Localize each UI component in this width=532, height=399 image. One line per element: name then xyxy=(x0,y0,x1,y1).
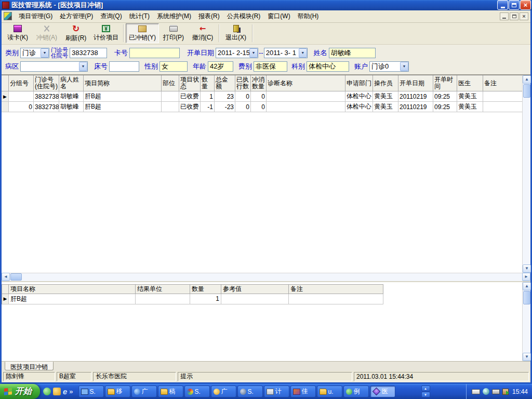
taskbar-button[interactable]: 广 xyxy=(131,385,157,397)
undo-button[interactable]: ← 撤消(C) xyxy=(188,23,217,43)
system-tray: ‹ 15:44 xyxy=(466,384,532,399)
menu-help[interactable]: 帮助(H) xyxy=(294,10,323,22)
taskbar-button[interactable]: S. xyxy=(78,385,104,397)
taskbar: 开始 e » S. 移 广 稿 S. 广 S. 计 佳 u. 例 医 ▲ ▼ xyxy=(0,384,532,399)
col-visit-no[interactable]: 门诊号(住院号) xyxy=(34,75,59,91)
taskbar-button-active[interactable]: 医 xyxy=(370,385,395,397)
col-writeoff-count[interactable]: 冲消数量 xyxy=(251,75,267,91)
menu-public-modules[interactable]: 公共模块(R) xyxy=(223,10,264,22)
scroll-down-icon[interactable]: ▼ xyxy=(421,392,430,397)
orders-grid-horizontal-scrollbar[interactable]: ◄ ► xyxy=(2,273,530,281)
taskbar-button[interactable]: 例 xyxy=(343,385,369,397)
scroll-down-icon[interactable]: ▼ xyxy=(523,353,531,361)
name-field[interactable]: 胡敏峰 xyxy=(329,48,376,58)
taskbar-button[interactable]: 稿 xyxy=(158,385,183,397)
type-combobox[interactable]: 门诊 ▼ xyxy=(20,48,49,58)
scroll-right-icon[interactable]: ► xyxy=(522,273,530,281)
taskbar-button[interactable]: u. xyxy=(317,385,342,397)
col-executed-count[interactable]: 已执行数 xyxy=(235,75,251,91)
scroll-down-icon[interactable]: ▼ xyxy=(523,264,531,273)
chevron-overflow-icon[interactable]: » xyxy=(69,388,73,395)
start-button[interactable]: 开始 xyxy=(0,384,40,399)
chevron-down-icon[interactable]: ▼ xyxy=(41,48,49,58)
read-card-button[interactable]: 读卡(K) xyxy=(3,23,32,43)
menu-system-maintenance[interactable]: 系统维护(M) xyxy=(153,10,195,22)
col-order-time[interactable]: 开单时间 xyxy=(433,75,457,91)
col-body-part[interactable]: 部位 xyxy=(162,75,179,91)
orders-grid-vertical-scrollbar[interactable]: ▲ ▼ xyxy=(522,75,530,272)
exit-button[interactable]: 退出(X) xyxy=(221,23,250,43)
table-row[interactable]: ▶ 肝B超 1 xyxy=(2,294,522,304)
detail-grid-vertical-scrollbar[interactable]: ▲ ▼ xyxy=(522,282,530,361)
col-result-unit[interactable]: 结果单位 xyxy=(136,284,190,294)
col-operator[interactable]: 操作员 xyxy=(373,75,398,91)
taskbar-button[interactable]: S. xyxy=(184,385,210,397)
mdi-minimize-button[interactable] xyxy=(500,12,509,20)
keyboard-icon[interactable] xyxy=(472,389,480,394)
database-tray-icon[interactable] xyxy=(502,389,509,395)
written-off-button[interactable]: 已冲销(Y) xyxy=(126,23,159,43)
tab-writeoff[interactable]: 医技项目冲销 xyxy=(5,362,54,370)
menu-window[interactable]: 窗口(W) xyxy=(264,10,294,22)
taskbar-clock[interactable]: 15:44 xyxy=(512,388,528,395)
menu-statistics[interactable]: 统计(T) xyxy=(126,10,153,22)
bed-no-input[interactable] xyxy=(109,61,139,72)
menu-prescription-mgmt[interactable]: 处方管理(P) xyxy=(56,10,97,22)
col-quantity[interactable]: 数量 xyxy=(201,75,215,91)
date-from-picker[interactable]: 2011- 2-15 ▼ xyxy=(216,48,258,58)
col-item-status[interactable]: 项目状态 xyxy=(179,75,201,91)
scrollbar-thumb[interactable] xyxy=(523,291,530,304)
app-shortcut-icon[interactable] xyxy=(53,388,61,395)
table-row[interactable]: ▶ 3832738 胡敏峰 肝B超 已收费 1 23 0 0 体检中心 黄美玉 … xyxy=(2,91,522,102)
date-to-picker[interactable]: 2011- 3- 1 ▼ xyxy=(264,48,308,58)
printer-tray-icon[interactable] xyxy=(492,389,500,394)
scrollbar-thumb[interactable] xyxy=(523,84,530,98)
menu-reports[interactable]: 报表(R) xyxy=(195,10,223,22)
menu-project-mgmt[interactable]: 项目管理(G) xyxy=(15,10,56,22)
price-items-button[interactable]: ¥ 计价项目 xyxy=(90,23,122,43)
col-patient-name[interactable]: 病人姓名 xyxy=(59,75,84,91)
account-combobox[interactable]: 门诊0 ▼ xyxy=(369,61,409,72)
internet-explorer-icon[interactable]: e xyxy=(63,388,67,395)
taskbar-button[interactable]: 广 xyxy=(211,385,236,397)
chevron-down-icon[interactable]: ▼ xyxy=(400,62,408,71)
col-reference-value[interactable]: 参考值 xyxy=(221,284,289,294)
col-total-amount[interactable]: 总金额 xyxy=(215,75,235,91)
scrollbar-thumb[interactable] xyxy=(10,273,22,281)
taskbar-button[interactable]: 计 xyxy=(264,385,289,397)
scroll-up-icon[interactable]: ▲ xyxy=(523,75,531,84)
ward-combobox[interactable]: ▼ xyxy=(20,61,88,72)
mdi-restore-button[interactable] xyxy=(510,12,518,20)
print-button[interactable]: 打印(P) xyxy=(159,23,188,43)
col-item-name[interactable]: 项目简称 xyxy=(84,75,162,91)
col-quantity[interactable]: 数量 xyxy=(190,284,221,294)
col-order-date[interactable]: 开单日期 xyxy=(398,75,433,91)
scroll-left-icon[interactable]: ◄ xyxy=(2,273,10,281)
col-remark[interactable]: 备注 xyxy=(483,75,522,91)
taskbar-button[interactable]: 移 xyxy=(105,385,130,397)
scroll-up-icon[interactable]: ▲ xyxy=(523,282,531,290)
chevron-down-icon[interactable]: ▼ xyxy=(299,48,307,58)
refresh-button[interactable]: ↻ 刷新(R) xyxy=(61,23,90,43)
chevron-down-icon[interactable]: ▼ xyxy=(249,48,258,58)
chevron-down-icon[interactable]: ▼ xyxy=(79,62,87,71)
messenger-icon[interactable] xyxy=(43,388,51,395)
col-item-name[interactable]: 项目名称 xyxy=(9,284,136,294)
visit-no-input[interactable] xyxy=(70,48,107,58)
mdi-close-button[interactable]: × xyxy=(520,12,528,20)
taskbar-button[interactable]: 佳 xyxy=(290,385,316,397)
menu-query[interactable]: 查询(Q) xyxy=(97,10,125,22)
col-group-no[interactable]: 分组号 xyxy=(9,75,34,91)
taskbar-button[interactable]: S. xyxy=(237,385,263,397)
scroll-up-icon[interactable]: ▲ xyxy=(421,385,430,391)
col-diagnosis[interactable]: 诊断名称 xyxy=(267,75,345,91)
close-button[interactable]: × xyxy=(520,0,531,10)
col-doctor[interactable]: 医生 xyxy=(457,75,483,91)
language-bar-icon[interactable]: ‹ xyxy=(483,388,489,395)
table-row[interactable]: 0 3832738 胡敏峰 肝B超 已收费 -1 -23 0 0 体检中心 黄美… xyxy=(2,102,522,112)
col-remark[interactable]: 备注 xyxy=(289,284,383,294)
restore-button[interactable] xyxy=(509,0,520,10)
minimize-button[interactable] xyxy=(497,0,508,10)
card-no-input[interactable] xyxy=(129,48,180,58)
col-request-dept[interactable]: 申请部门 xyxy=(345,75,373,91)
